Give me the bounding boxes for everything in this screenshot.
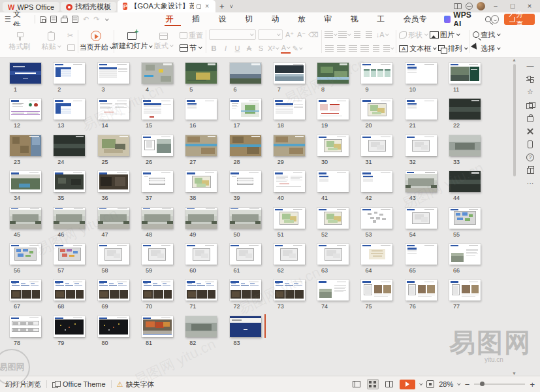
- slide-thumbnail-60[interactable]: [185, 244, 217, 265]
- slide-thumbnail-11[interactable]: [449, 63, 481, 84]
- font-name-combo[interactable]: [209, 29, 256, 40]
- slide-thumbnail-21[interactable]: [405, 99, 437, 120]
- tab-list-chevron-icon[interactable]: ˅: [228, 3, 235, 10]
- slide-sorter-view-button[interactable]: [367, 379, 379, 389]
- search-icon[interactable]: [485, 16, 491, 22]
- textbox-button[interactable]: A文本框: [399, 44, 436, 53]
- slide-thumbnail-56[interactable]: [10, 244, 41, 265]
- format-painter-button[interactable]: 格式刷: [5, 32, 35, 52]
- slide-thumbnail-38[interactable]: [185, 171, 217, 192]
- menu-tab-视图[interactable]: 视图: [345, 12, 371, 26]
- slide-thumbnail-71[interactable]: [185, 280, 217, 301]
- menu-tab-动画[interactable]: 动画: [265, 12, 291, 26]
- columns-button[interactable]: [372, 44, 381, 54]
- slide-thumbnail-41[interactable]: [317, 171, 349, 192]
- new-tab-button[interactable]: +: [216, 1, 228, 11]
- slide-thumbnail-72[interactable]: [230, 280, 261, 301]
- justify-button[interactable]: [360, 44, 370, 54]
- font-color-button[interactable]: A: [281, 44, 291, 54]
- slide-thumbnail-1[interactable]: [10, 63, 41, 84]
- slide-thumbnail-81[interactable]: [142, 316, 173, 337]
- find-button[interactable]: 查找: [473, 30, 500, 39]
- bold-button[interactable]: B: [209, 44, 219, 54]
- slide-thumbnail-67[interactable]: [10, 280, 41, 301]
- slide-thumbnail-27[interactable]: [185, 135, 217, 156]
- slide-thumbnail-66[interactable]: [449, 244, 481, 265]
- template-store-icon[interactable]: [526, 114, 535, 122]
- zoom-out-button[interactable]: −: [465, 380, 470, 389]
- slide-thumbnail-2[interactable]: [54, 63, 85, 84]
- toolbar-more-chevron-icon[interactable]: [102, 14, 112, 24]
- slide-thumbnail-37[interactable]: [142, 171, 173, 192]
- slide-thumbnail-36[interactable]: [98, 171, 129, 192]
- vertical-scrollbar[interactable]: ▲ ▼: [513, 59, 516, 374]
- theme-name[interactable]: Office Theme: [63, 380, 106, 388]
- slide-thumbnail-15[interactable]: [142, 99, 173, 120]
- slide-thumbnail-30[interactable]: [317, 135, 349, 156]
- menu-tab-设计[interactable]: 设计: [212, 12, 238, 26]
- slide-thumbnail-14[interactable]: [98, 99, 129, 120]
- minimize-button[interactable]: −: [489, 0, 502, 12]
- activity-icon[interactable]: [526, 166, 535, 174]
- multi-window-icon[interactable]: [526, 101, 535, 109]
- assistant-icon[interactable]: [491, 15, 499, 24]
- slide-thumbnail-39[interactable]: [230, 171, 261, 192]
- slide-thumbnail-12[interactable]: [10, 99, 41, 120]
- slide-thumbnail-45[interactable]: [10, 208, 41, 229]
- slide-thumbnail-3[interactable]: [98, 63, 129, 84]
- slide-thumbnail-46[interactable]: [54, 208, 85, 229]
- underline-button[interactable]: U: [232, 44, 242, 54]
- zoom-level[interactable]: 28%: [439, 380, 453, 388]
- slide-thumbnail-77[interactable]: [449, 280, 481, 301]
- settings-globe-icon[interactable]: [466, 3, 473, 10]
- text-shadow-button[interactable]: S: [256, 44, 266, 54]
- collapse-icon[interactable]: —: [526, 61, 535, 70]
- export-icon[interactable]: [48, 14, 59, 24]
- line-spacing-button[interactable]: [383, 44, 394, 54]
- fit-to-window-icon[interactable]: [426, 380, 434, 388]
- slide-thumbnail-8[interactable]: [317, 63, 349, 84]
- reset-slide-button[interactable]: 重置: [180, 31, 203, 40]
- slide-thumbnail-80[interactable]: [98, 316, 129, 337]
- increase-indent-button[interactable]: [364, 30, 374, 40]
- slide-thumbnail-16[interactable]: [185, 99, 217, 120]
- slide-thumbnail-59[interactable]: [142, 244, 173, 265]
- text-direction-button[interactable]: ↓A: [376, 30, 388, 40]
- slide-thumbnail-5[interactable]: [185, 63, 217, 84]
- slide-thumbnail-10[interactable]: [405, 63, 437, 84]
- slide-thumbnail-23[interactable]: [10, 135, 41, 156]
- slide-thumbnail-9[interactable]: [361, 63, 392, 84]
- menu-tab-审阅[interactable]: 审阅: [318, 12, 344, 26]
- align-right-button[interactable]: [348, 44, 358, 54]
- slide-thumbnail-70[interactable]: [142, 280, 173, 301]
- section-button[interactable]: 节: [180, 43, 203, 52]
- menu-tab-会员专享[interactable]: 会员专享: [398, 12, 439, 26]
- menu-tab-开始[interactable]: 开始: [159, 12, 185, 26]
- slide-thumbnail-35[interactable]: [54, 171, 85, 192]
- decrease-indent-button[interactable]: [353, 30, 362, 40]
- slide-thumbnail-26[interactable]: [142, 135, 173, 156]
- slide-thumbnail-13[interactable]: [54, 99, 85, 120]
- slide-thumbnail-19[interactable]: [317, 99, 349, 120]
- slide-thumbnail-50[interactable]: [230, 208, 261, 229]
- slide-thumbnail-17[interactable]: [230, 99, 261, 120]
- slide-thumbnail-49[interactable]: [185, 208, 217, 229]
- slide-thumbnail-58[interactable]: [98, 244, 129, 265]
- slide-thumbnail-47[interactable]: [98, 208, 129, 229]
- slide-thumbnail-79[interactable]: [54, 316, 85, 337]
- slide-thumbnail-34[interactable]: [10, 171, 41, 192]
- slide-thumbnail-18[interactable]: [274, 99, 305, 120]
- copy-button[interactable]: [67, 43, 75, 52]
- slide-thumbnail-68[interactable]: [54, 280, 85, 301]
- scroll-up-icon[interactable]: ▲: [512, 57, 516, 62]
- normal-view-button[interactable]: [351, 379, 362, 389]
- slide-thumbnail-65[interactable]: [405, 244, 437, 265]
- numbered-list-button[interactable]: [338, 30, 351, 40]
- slide-thumbnail-25[interactable]: [98, 135, 129, 156]
- mobile-icon[interactable]: [526, 140, 535, 148]
- slide-thumbnail-40[interactable]: [274, 171, 305, 192]
- share-button[interactable]: 分享: [504, 14, 535, 25]
- tab-presentation[interactable]: P 【GOA大象设计】苏州悦棠庄 ×: [118, 0, 215, 12]
- zoom-slider-thumb[interactable]: [480, 382, 484, 386]
- slide-thumbnail-31[interactable]: [361, 135, 392, 156]
